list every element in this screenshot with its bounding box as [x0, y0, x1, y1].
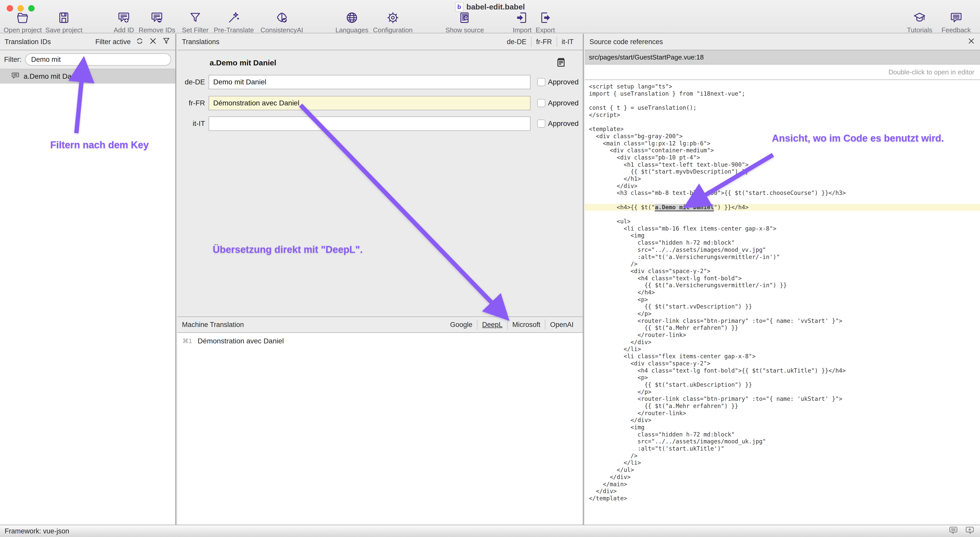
favorites-bubble-icon[interactable] — [964, 525, 975, 537]
code-line: <router-link class="btn-primary" :to="{ … — [589, 395, 980, 403]
toolbar-button-show-source[interactable]: Show source — [445, 11, 484, 34]
code-line: <li class="flex items-center gap-x-8"> — [589, 353, 980, 360]
toolbar-button-label: Feedback — [942, 26, 971, 34]
code-line: </div> — [589, 183, 980, 190]
provider-tab-google[interactable]: Google — [445, 320, 477, 330]
toolbar-button-label: Pre-Translate — [214, 26, 254, 34]
machine-translation-providers: GoogleDeepLMicrosoftOpenAI — [445, 320, 578, 330]
approved-label: Approved — [548, 78, 579, 86]
toolbar-button-open-project[interactable]: Open project — [3, 11, 42, 34]
toolbar-button-label: ConsistencyAI — [261, 26, 303, 34]
bubble-add-icon — [117, 11, 131, 25]
language-label: it-IT — [177, 116, 205, 131]
provider-tab-openai[interactable]: OpenAI — [545, 320, 578, 330]
bubble-remove-icon — [150, 11, 164, 25]
translation-row-de-DE: de-DEApproved — [177, 75, 583, 89]
code-line: <h4 class="text-lg font-bold">{{ $t("sta… — [589, 367, 980, 374]
code-line: <div class="space-y-2"> — [589, 360, 980, 367]
toolbar-button-tutorials[interactable]: Tutorials — [907, 11, 932, 34]
toolbar-button-consistencyai[interactable]: ConsistencyAI — [261, 11, 303, 34]
code-line: src="../../assets/images/mood_uk.jpg" — [589, 438, 980, 445]
toolbar-button-remove-ids[interactable]: Remove IDs — [138, 11, 175, 34]
approved-checkbox-it-IT[interactable] — [537, 120, 546, 128]
toolbar-button-feedback[interactable]: Feedback — [942, 11, 971, 34]
approved-control: Approved — [537, 78, 579, 86]
funnel-icon — [188, 11, 202, 25]
toolbar-button-save-project[interactable]: Save project — [45, 11, 83, 34]
toolbar-button-set-filter[interactable]: Set Filter — [182, 11, 208, 34]
machine-translation-body: ⌘1Démonstration avec Daniel — [177, 333, 583, 525]
code-line: </router-link> — [589, 331, 980, 339]
code-line: </div> — [589, 417, 980, 424]
code-line-highlighted: <h4>{{ $t("a.Demo mit Daniel") }}</h4> — [585, 204, 980, 211]
machine-translation-title: Machine Translation — [182, 321, 445, 329]
code-line: :alt="t('start.ukTitle')" — [589, 445, 980, 453]
code-line: src="../../assets/images/mood_vv.jpg" — [589, 247, 980, 253]
open-folder-icon — [16, 11, 29, 25]
approved-checkbox-de-DE[interactable] — [537, 78, 546, 86]
toolbar-button-label: Save project — [45, 26, 83, 34]
toolbar-button-label: Remove IDs — [138, 26, 175, 34]
code-text: <h4>{{ $t(" — [589, 204, 655, 210]
toolbar-button-label: Open project — [3, 26, 42, 34]
toolbar-button-label: Configuration — [373, 26, 413, 34]
provider-tab-deepl[interactable]: DeepL — [477, 320, 507, 330]
code-line: </li> — [589, 346, 980, 353]
language-label: fr-FR — [177, 96, 205, 110]
code-line: <li class="mb-16 flex items-center gap-x… — [589, 225, 980, 232]
code-line: <div class="space-y-2"> — [589, 268, 980, 275]
shortcut-label: ⌘1 — [183, 338, 192, 345]
code-line: const { t } = useTranslation(); — [589, 104, 980, 112]
provider-tab-microsoft[interactable]: Microsoft — [507, 320, 545, 330]
approved-checkbox-fr-FR[interactable] — [537, 99, 546, 107]
translation-input-de-DE[interactable] — [208, 75, 530, 89]
toolbar-button-add-id[interactable]: Add ID — [113, 11, 134, 34]
toolbar-button-pre-translate[interactable]: Pre-Translate — [214, 11, 254, 34]
translation-id-item[interactable]: a.Demo mit Daniel — [0, 69, 175, 84]
language-tab-de-DE[interactable]: de-DE — [502, 37, 531, 47]
language-tab-fr-FR[interactable]: fr-FR — [531, 37, 556, 47]
toolbar-button-label: Export — [536, 26, 555, 34]
window-header: b babel-edit.babel Open projectSave proj… — [0, 0, 980, 33]
open-in-editor-hint: Double-click to open in editor — [585, 65, 980, 80]
machine-translation-result[interactable]: ⌘1Démonstration avec Daniel — [183, 337, 284, 345]
toolbar-button-export[interactable]: Export — [536, 11, 555, 34]
toolbar-left-group: Open projectSave projectAdd IDRemove IDs… — [3, 11, 555, 34]
clear-filter-icon[interactable] — [149, 37, 158, 47]
source-code-view[interactable]: <script setup lang="ts">import { useTran… — [585, 80, 980, 525]
close-panel-icon[interactable] — [967, 37, 975, 47]
toolbar-button-label: Set Filter — [182, 26, 208, 34]
toolbar-button-label: Show source — [445, 26, 484, 34]
language-tabs: de-DEfr-FRit-IT — [502, 37, 578, 47]
code-text: ") }}</h4> — [714, 204, 749, 210]
code-line: <img — [589, 424, 980, 431]
translation-memory-icon[interactable] — [948, 525, 959, 537]
translations-body: a.Demo mit Daniel de-DEApprovedfr-FRAppr… — [177, 50, 583, 317]
source-references-header: Source code references — [585, 34, 980, 50]
toolbar-button-import[interactable]: Import — [512, 11, 531, 34]
toolbar-button-languages[interactable]: Languages — [336, 11, 369, 34]
code-line: {{ $t("a.Mehr erfahren") }} — [589, 403, 980, 410]
import-icon — [515, 11, 529, 25]
code-line: </div> — [589, 488, 980, 495]
refresh-filter-icon[interactable] — [135, 37, 144, 47]
source-reference-item[interactable]: src/pages/start/GuestStartPage.vue:18 — [585, 50, 980, 65]
graduation-cap-icon — [913, 11, 926, 25]
gear-icon — [386, 11, 400, 25]
translation-row-fr-FR: fr-FRApproved — [177, 96, 583, 110]
code-line: </h4> — [589, 289, 980, 296]
toolbar-button-configuration[interactable]: Configuration — [373, 11, 413, 34]
magic-wand-icon — [227, 11, 241, 25]
filter-input[interactable] — [25, 53, 172, 66]
code-line — [589, 197, 980, 204]
code-line: </li> — [589, 459, 980, 467]
code-line: </h1> — [589, 175, 980, 183]
status-bar: Framework: vue-json — [0, 525, 980, 537]
comment-notepad-icon[interactable] — [555, 56, 567, 69]
language-tab-it-IT[interactable]: it-IT — [557, 37, 578, 47]
translation-input-it-IT[interactable] — [208, 116, 530, 131]
code-line: </div> — [589, 474, 980, 481]
code-line: {{ $t("start.ukDescription") }} — [589, 381, 980, 389]
filter-settings-icon[interactable] — [162, 37, 171, 47]
translation-input-fr-FR[interactable] — [208, 96, 530, 110]
